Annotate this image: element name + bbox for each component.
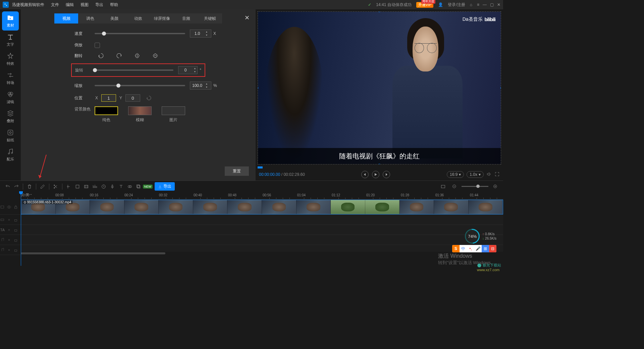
svg-point-24 (8, 219, 10, 220)
sidebar-item-music[interactable]: 配乐 (0, 145, 21, 164)
menu-export[interactable]: 导出 (95, 2, 103, 8)
split-button[interactable] (51, 182, 60, 191)
volume-icon[interactable] (486, 171, 492, 178)
lock-icon[interactable] (13, 217, 18, 222)
rotate-ccw-icon[interactable] (98, 53, 104, 59)
voice-button[interactable] (108, 182, 117, 191)
undo-button[interactable] (3, 182, 12, 191)
tab-audio[interactable]: 音频 (174, 13, 198, 23)
sidebar-item-sticker[interactable]: 贴纸 (0, 126, 21, 145)
minimize-button[interactable]: — (483, 2, 487, 7)
delete-button[interactable] (25, 182, 34, 191)
zoom-out-button[interactable] (450, 182, 459, 191)
sidebar-item-filter[interactable]: 滤镜 (0, 88, 21, 107)
sidebar-label: 滤镜 (7, 99, 14, 104)
scale-label: 缩放 (74, 83, 95, 89)
bg-blur-swatch[interactable] (128, 106, 152, 115)
home-icon[interactable]: ⌂ (470, 2, 472, 7)
speed-button[interactable] (91, 182, 99, 191)
visibility-icon[interactable] (7, 238, 11, 242)
ime-toolbar[interactable]: S中•, 🎤⊞⊟ (452, 245, 496, 252)
svg-rect-17 (441, 185, 445, 188)
reverse-checkbox[interactable] (95, 43, 100, 48)
vip-promo-tag: 周年大促 (421, 0, 435, 4)
screenshot-button[interactable] (439, 182, 447, 191)
lock-icon[interactable] (13, 205, 18, 209)
next-frame-button[interactable] (383, 171, 390, 178)
maximize-button[interactable]: ▢ (490, 2, 494, 7)
freeze-button[interactable] (82, 182, 91, 191)
bg-solid-swatch[interactable] (95, 106, 118, 115)
autosave-status: 14:41 自动保存成功 (376, 2, 411, 8)
rotate-input[interactable]: ▴▾ (178, 66, 198, 74)
vip-button[interactable]: 开通VIP 周年大促 (416, 2, 434, 8)
lock-icon[interactable] (13, 248, 18, 252)
visibility-icon[interactable] (7, 217, 11, 222)
reset-position-icon[interactable] (146, 95, 152, 101)
lock-icon[interactable] (13, 228, 18, 232)
export-button[interactable]: 导出 (155, 182, 175, 191)
crop-left-button[interactable] (64, 182, 73, 191)
redo-button[interactable] (12, 182, 21, 191)
lock-icon[interactable] (13, 238, 18, 242)
video-preview[interactable]: Da圣音乐 bilibili 随着电视剧《狂飙》的走红 (258, 11, 501, 164)
fullscreen-icon[interactable] (494, 171, 500, 178)
login-link[interactable]: 登录/注册 (448, 2, 465, 8)
menu-edit[interactable]: 编辑 (66, 2, 74, 8)
aspect-ratio-combo[interactable]: 16:9▾ (447, 171, 464, 178)
menu-help[interactable]: 帮助 (110, 2, 118, 8)
video-clip[interactable]: ⊙ 991558388.nb3-1-30032.mp4 (21, 200, 503, 214)
tab-beauty[interactable]: 美颜 (102, 13, 126, 23)
edit-button[interactable] (38, 182, 47, 191)
mask-button[interactable] (125, 182, 134, 191)
menu-icon[interactable]: ≡ (477, 2, 479, 7)
rotate-slider[interactable] (93, 69, 173, 71)
time-ruler[interactable]: ≡→ 00:0000:0800:1600:2400:3200:4000:4800… (21, 192, 503, 199)
scale-input[interactable]: ▴▾ (190, 82, 211, 90)
bg-image-label: 图片 (169, 117, 177, 123)
visibility-icon[interactable] (7, 248, 11, 252)
text-tool-button[interactable] (117, 182, 125, 191)
close-panel-icon[interactable]: ✕ (245, 14, 250, 21)
prev-frame-button[interactable] (361, 171, 369, 178)
copy-button[interactable] (134, 182, 143, 191)
position-x-input[interactable] (101, 94, 116, 102)
y-label: Y (119, 96, 123, 100)
close-button[interactable]: ✕ (497, 2, 500, 7)
sidebar-item-material[interactable]: 素材 (2, 11, 19, 31)
tab-greenscreen[interactable]: 绿屏抠像 (150, 13, 174, 23)
position-y-input[interactable] (125, 94, 140, 102)
sidebar-item-text[interactable]: 文字 (0, 31, 21, 50)
bg-image-swatch[interactable] (162, 106, 185, 115)
visibility-icon[interactable] (7, 205, 11, 209)
playhead[interactable] (21, 192, 21, 266)
reset-button[interactable]: 重置 (225, 166, 249, 176)
sidebar-item-effects[interactable]: 特效 (0, 50, 21, 69)
site-watermark: 极光下载站 www.xz7.com (477, 263, 501, 272)
time-button[interactable] (99, 182, 108, 191)
play-button[interactable] (372, 171, 379, 178)
flip-horizontal-icon[interactable] (134, 53, 140, 59)
tab-color[interactable]: 调色 (78, 13, 102, 23)
video-track: ⊙ 991558388.nb3-1-30032.mp4 (0, 199, 503, 215)
speed-input[interactable]: ▴▾ (190, 30, 211, 38)
menu-view[interactable]: 视图 (80, 2, 89, 8)
zoom-slider[interactable] (462, 186, 488, 187)
background-row: 背景颜色 纯色 模糊 图片 (74, 106, 256, 123)
playback-rate-combo[interactable]: 1.0x▾ (467, 171, 484, 178)
scale-slider[interactable] (95, 85, 185, 86)
visibility-icon[interactable] (7, 228, 11, 232)
horizontal-scrollbar[interactable] (21, 252, 503, 255)
sidebar-item-overlay[interactable]: 叠附 (0, 107, 21, 126)
tab-video[interactable]: 视频 (54, 13, 78, 23)
sidebar-item-transition[interactable]: 转场 (0, 69, 21, 88)
tab-motion[interactable]: 动效 (126, 13, 150, 23)
menu-file[interactable]: 文件 (51, 2, 59, 8)
crop-button[interactable] (73, 182, 82, 191)
tab-keyframe[interactable]: 关键帧 (198, 13, 222, 23)
rotate-cw-icon[interactable] (116, 53, 122, 59)
flip-vertical-icon[interactable] (152, 53, 158, 59)
svg-rect-16 (137, 185, 140, 187)
speed-slider[interactable] (95, 33, 185, 34)
zoom-in-button[interactable] (491, 182, 500, 191)
